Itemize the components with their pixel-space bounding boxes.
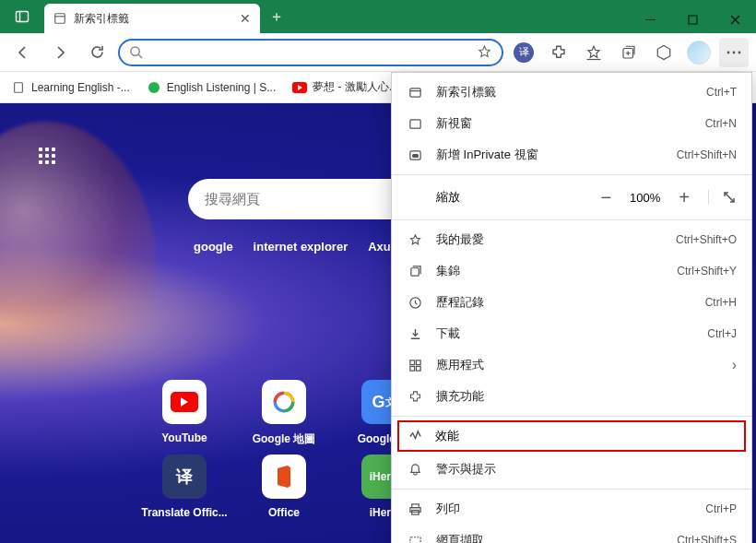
youtube-icon (292, 80, 307, 95)
close-window-button[interactable] (714, 6, 756, 33)
menu-label: 效能 (435, 428, 459, 444)
menu-performance[interactable]: 效能 (397, 420, 746, 452)
menu-label: 下載 (436, 325, 460, 342)
menu-collections[interactable]: 集錦 Ctrl+Shift+Y (392, 255, 751, 287)
search-icon (129, 45, 143, 59)
tile-office[interactable]: Office (238, 454, 330, 519)
svg-rect-17 (15, 82, 23, 92)
zoom-value: 100% (630, 191, 660, 205)
favorites-icon[interactable] (579, 38, 608, 67)
puzzle-icon (407, 390, 423, 404)
back-button[interactable] (7, 37, 39, 68)
window-controls (629, 6, 756, 33)
address-bar[interactable] (118, 39, 503, 66)
history-icon (407, 296, 423, 310)
menu-label: 新索引標籤 (436, 84, 496, 100)
menu-label: 我的最愛 (436, 231, 484, 248)
menu-separator (392, 219, 751, 220)
menu-favorites[interactable]: 我的最愛 Ctrl+Shift+O (392, 224, 751, 255)
tile-label: Google 地圖 (253, 431, 316, 447)
menu-label: 警示與提示 (436, 461, 496, 478)
tab-close-icon[interactable]: ✕ (240, 11, 251, 26)
fullscreen-icon[interactable] (708, 190, 737, 205)
profile-avatar[interactable] (684, 38, 714, 67)
collections-icon[interactable] (614, 38, 644, 67)
menu-web-capture[interactable]: 網頁擷取 Ctrl+Shift+S (392, 525, 751, 543)
maximize-button[interactable] (671, 6, 714, 33)
apps-grid-icon[interactable] (39, 148, 59, 168)
tile-label: Office (268, 506, 300, 519)
menu-shortcut: Ctrl+T (706, 86, 737, 99)
settings-menu-button[interactable] (719, 38, 749, 67)
menu-label: 歷程記錄 (436, 294, 484, 311)
menu-downloads[interactable]: 下載 Ctrl+J (392, 318, 751, 349)
menu-new-inprivate[interactable]: 新增 InPrivate 視窗 Ctrl+Shift+N (392, 139, 751, 171)
tab-actions-icon[interactable] (0, 0, 44, 33)
bookmark-item[interactable]: 夢想 - 激勵人心... (292, 79, 398, 95)
menu-label: 新增 InPrivate 視窗 (436, 147, 538, 163)
svg-point-15 (733, 51, 736, 53)
svg-point-8 (131, 47, 139, 55)
menu-label: 新視窗 (436, 115, 472, 132)
menu-alerts[interactable]: 警示與提示 (392, 454, 751, 485)
menu-apps[interactable]: 應用程式 (392, 349, 751, 381)
bookmark-item[interactable]: Learning English -... (11, 80, 130, 95)
toolbar: 译 (0, 33, 756, 72)
menu-label: 應用程式 (436, 357, 484, 373)
extensions-icon[interactable] (544, 38, 573, 67)
performance-icon (408, 430, 422, 443)
svg-rect-21 (409, 119, 419, 127)
svg-rect-28 (409, 366, 414, 371)
forward-button[interactable] (44, 37, 76, 68)
menu-label: 網頁擷取 (436, 532, 484, 543)
zoom-label: 縮放 (436, 189, 460, 206)
bookmark-label: Learning English -... (31, 81, 130, 94)
menu-zoom: 縮放 − 100% + (392, 179, 751, 216)
inprivate-icon (407, 148, 423, 162)
app-icon[interactable] (649, 38, 679, 67)
menu-label: 列印 (436, 501, 460, 517)
menu-shortcut: Ctrl+Shift+S (677, 534, 737, 543)
svg-point-16 (738, 51, 741, 53)
menu-separator (392, 174, 751, 175)
zoom-out-button[interactable]: − (600, 187, 611, 208)
tile-translate-office[interactable]: 译Translate Offic... (138, 454, 230, 519)
menu-new-tab[interactable]: 新索引標籤 Ctrl+T (392, 77, 751, 108)
refresh-button[interactable] (81, 37, 112, 68)
menu-extensions[interactable]: 擴充功能 (392, 381, 751, 412)
menu-shortcut: Ctrl+Shift+N (677, 148, 737, 161)
search-placeholder: 搜尋網頁 (205, 191, 260, 208)
menu-print[interactable]: 列印 Ctrl+P (392, 493, 751, 525)
tile-youtube[interactable]: YouTube (138, 380, 230, 447)
zoom-in-button[interactable]: + (679, 187, 690, 208)
menu-history[interactable]: 歷程記錄 Ctrl+H (392, 287, 751, 318)
svg-rect-19 (409, 88, 419, 96)
extension-translate-icon[interactable]: 译 (509, 38, 538, 67)
tab-page-icon (53, 12, 66, 25)
star-icon (407, 233, 423, 247)
new-tab-icon (407, 86, 423, 100)
favorite-star-icon[interactable] (477, 44, 492, 60)
minimize-button[interactable] (629, 6, 671, 33)
collections-icon (407, 265, 423, 278)
browser-tab[interactable]: 新索引標籤 ✕ (44, 4, 260, 33)
bookmark-item[interactable]: English Listening | S... (147, 80, 277, 95)
tile-label: Translate Offic... (141, 506, 227, 519)
quick-links: YouTube Google 地圖 G文Google 翻 译Translate … (138, 380, 430, 519)
menu-shortcut: Ctrl+J (707, 327, 737, 340)
bell-icon (407, 463, 423, 477)
titlebar: 新索引標籤 ✕ ＋ (0, 0, 756, 33)
svg-rect-27 (416, 360, 420, 364)
menu-shortcut: Ctrl+N (705, 117, 737, 130)
page-icon (11, 80, 26, 95)
menu-separator (392, 416, 751, 417)
svg-rect-26 (409, 360, 414, 364)
site-icon (147, 80, 161, 95)
suggestion-link[interactable]: internet explorer (254, 240, 348, 254)
tab-title: 新索引標籤 (74, 11, 129, 27)
menu-label: 集錦 (436, 263, 460, 279)
suggestion-link[interactable]: google (194, 240, 233, 254)
new-tab-button[interactable]: ＋ (260, 0, 293, 33)
menu-new-window[interactable]: 新視窗 Ctrl+N (392, 108, 751, 139)
tile-google-maps[interactable]: Google 地圖 (238, 380, 330, 447)
